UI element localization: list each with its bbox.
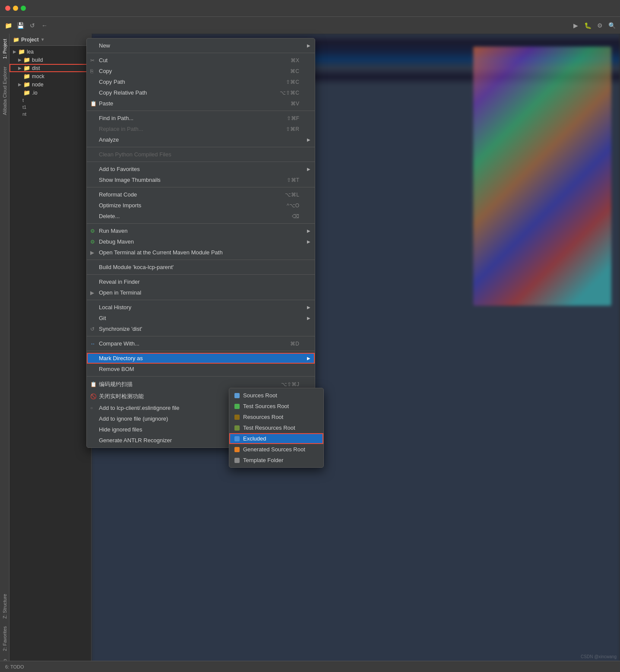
submenu-item-excluded[interactable]: Excluded [229, 433, 323, 444]
menu-item-replace-in-path[interactable]: Replace in Path... ⇧⌘R [87, 124, 315, 134]
sources-root-dot [234, 393, 240, 398]
close-button[interactable] [5, 6, 10, 11]
menu-item-reveal-in-finder[interactable]: Reveal in Finder [87, 276, 315, 287]
debug-maven-label: Debug Maven [99, 238, 134, 245]
delete-label: Delete... [99, 213, 120, 219]
paste-shortcut: ⌘V [291, 101, 308, 107]
submenu-item-test-resources-root[interactable]: Test Resources Root [229, 422, 323, 433]
tree-item-io[interactable]: ▶ 📁 .io [9, 89, 91, 97]
sidebar-item-project[interactable]: 1: Project [1, 35, 8, 62]
menu-item-git[interactable]: Git [87, 313, 315, 323]
code-scan-label: 编码规约扫描 [99, 380, 133, 388]
remove-bom-label: Remove BOM [99, 366, 134, 372]
submenu-item-resources-root[interactable]: Resources Root [229, 412, 323, 422]
chevron-down-icon[interactable]: ▼ [41, 37, 45, 42]
bottom-tab-todo[interactable]: 6: TODO [2, 663, 28, 670]
separator-5 [87, 187, 315, 187]
close-realtime-icon: 🚫 [90, 393, 97, 399]
menu-item-show-image-thumbnails[interactable]: Show Image Thumbnails ⇧⌘T [87, 174, 315, 185]
save-icon[interactable]: 💾 [16, 21, 25, 30]
copy-relative-path-label: Copy Relative Path [99, 89, 147, 96]
tree-item-mock[interactable]: ▶ 📁 mock [9, 72, 91, 80]
tree-item-node[interactable]: ▶ 📁 node [9, 80, 91, 89]
menu-item-local-history[interactable]: Local History [87, 302, 315, 313]
panel-header: 📁 Project ▼ [9, 34, 91, 46]
main-layout: 1: Project Alibaba Cloud Explorer Z: Str… [0, 34, 620, 672]
menu-item-delete[interactable]: Delete... ⌫ [87, 211, 315, 222]
maximize-button[interactable] [21, 6, 26, 11]
submenu-item-sources-root[interactable]: Sources Root [229, 390, 323, 401]
search-icon[interactable]: 🔍 [607, 21, 617, 30]
menu-item-cut[interactable]: ✂ Cut ⌘X [87, 55, 315, 66]
copy-icon: ⎘ [90, 68, 93, 74]
tree-item-nt[interactable]: nt [9, 111, 91, 117]
tree-item-dist[interactable]: ▶ 📁 dist [9, 64, 91, 72]
menu-item-compare-with[interactable]: ↔ Compare With... ⌘D [87, 338, 315, 349]
menu-item-debug-maven[interactable]: ⚙ Debug Maven [87, 236, 315, 247]
new-label: New [99, 42, 110, 49]
sidebar-item-favorites[interactable]: 2: Favorites [1, 623, 8, 654]
tree-item-build[interactable]: ▶ 📁 build [9, 56, 91, 64]
refresh-icon[interactable]: ↺ [28, 21, 37, 30]
menu-item-copy-path[interactable]: Copy Path ⇧⌘C [87, 76, 315, 87]
copy-path-shortcut: ⇧⌘C [286, 79, 308, 85]
menu-item-run-maven[interactable]: ⚙ Run Maven [87, 225, 315, 236]
sidebar-item-alibaba[interactable]: Alibaba Cloud Explorer [1, 63, 8, 119]
sidebar-item-structure[interactable]: Z: Structure [1, 590, 8, 622]
menu-item-remove-bom[interactable]: Remove BOM [87, 364, 315, 374]
menu-item-analyze[interactable]: Analyze [87, 134, 315, 145]
cut-label: Cut [99, 57, 108, 63]
run-icon[interactable]: ▶ [571, 21, 580, 30]
panel-title: Project [21, 37, 39, 43]
settings-icon[interactable]: ⚙ [595, 21, 604, 30]
cut-icon: ✂ [90, 57, 95, 63]
generated-sources-root-label: Generated Sources Root [243, 446, 305, 453]
menu-item-open-terminal-maven[interactable]: ▶ Open Terminal at the Current Maven Mod… [87, 247, 315, 258]
menu-item-copy-relative-path[interactable]: Copy Relative Path ⌥⇧⌘C [87, 87, 315, 98]
paste-icon: 📋 [90, 101, 97, 107]
menu-item-open-in-terminal[interactable]: ▶ Open in Terminal [87, 287, 315, 298]
run-maven-label: Run Maven [99, 228, 127, 234]
show-image-thumbnails-shortcut: ⇧⌘T [287, 177, 308, 183]
submenu-item-template-folder[interactable]: Template Folder [229, 455, 323, 466]
minimize-button[interactable] [13, 6, 18, 11]
reveal-in-finder-label: Reveal in Finder [99, 279, 140, 285]
menu-item-mark-dir-as[interactable]: Mark Directory as [87, 353, 315, 364]
analyze-label: Analyze [99, 136, 119, 143]
submenu-item-generated-sources-root[interactable]: Generated Sources Root [229, 444, 323, 455]
tree-item-t2[interactable]: t1 [9, 104, 91, 111]
project-icon[interactable]: 📁 [3, 21, 13, 30]
title-bar [0, 0, 620, 16]
tree-item-lea[interactable]: ▶ 📁 lea [9, 48, 91, 56]
menu-item-paste[interactable]: 📋 Paste ⌘V [87, 98, 315, 109]
back-icon[interactable]: ← [40, 21, 49, 30]
menu-item-reformat-code[interactable]: Reformat Code ⌥⌘L [87, 189, 315, 200]
replace-in-path-shortcut: ⇧⌘R [286, 126, 308, 132]
project-tree: ▶ 📁 lea ▶ 📁 build ▶ 📁 dist ▶ 📁 mock ▶ [9, 46, 91, 672]
debug-icon[interactable]: 🐛 [583, 21, 592, 30]
menu-item-optimize-imports[interactable]: Optimize Imports ^⌥O [87, 200, 315, 211]
separator-2 [87, 111, 315, 111]
tree-item-t1[interactable]: t [9, 97, 91, 104]
menu-item-synchronize[interactable]: ↺ Synchronize 'dist' [87, 323, 315, 334]
separator-4 [87, 162, 315, 162]
code-scan-shortcut: ⌥⇧⌘J [281, 381, 308, 387]
open-terminal-icon: ▶ [90, 290, 94, 296]
menu-item-add-favorites[interactable]: Add to Favorites [87, 164, 315, 174]
close-realtime-label: 关闭实时检测功能 [99, 393, 144, 400]
terminal-maven-icon: ▶ [90, 250, 94, 256]
generate-antlr-label: Generate ANTLR Recognizer [99, 437, 172, 444]
debug-maven-icon: ⚙ [90, 239, 95, 245]
submenu-item-test-sources-root[interactable]: Test Sources Root [229, 401, 323, 412]
git-label: Git [99, 315, 106, 321]
menu-item-find-in-path[interactable]: Find in Path... ⇧⌘F [87, 113, 315, 124]
sources-root-label: Sources Root [243, 392, 277, 399]
menu-item-new[interactable]: New [87, 40, 315, 51]
menu-item-build-module[interactable]: Build Module 'koca-lcp-parent' [87, 262, 315, 273]
test-sources-root-dot [234, 404, 240, 409]
test-resources-root-dot [234, 425, 240, 431]
compare-with-label: Compare With... [99, 340, 139, 347]
optimize-imports-shortcut: ^⌥O [287, 203, 308, 209]
menu-item-clean-python[interactable]: Clean Python Compiled Files [87, 149, 315, 160]
menu-item-copy[interactable]: ⎘ Copy ⌘C [87, 66, 315, 76]
